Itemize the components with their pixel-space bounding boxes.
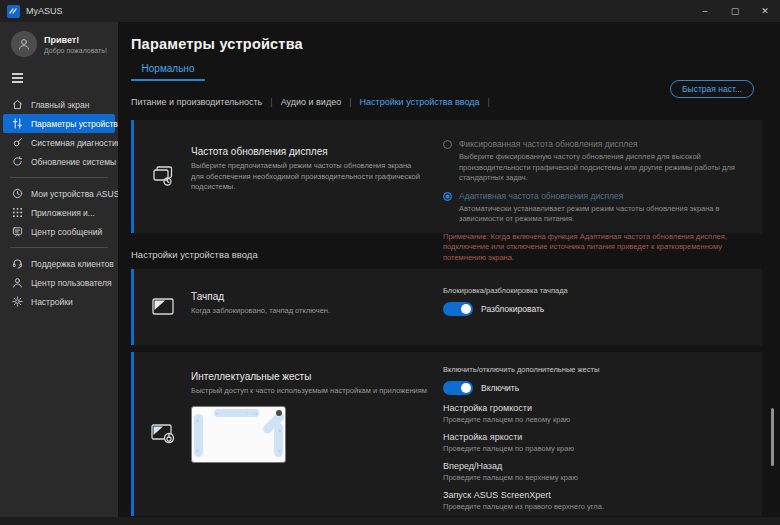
radio-unchecked-icon — [443, 140, 452, 149]
user-profile[interactable]: Привет! Добро пожаловать! — [0, 29, 118, 63]
touchpad-toggle-label: Блокировка/разблокировка тачпада — [443, 286, 746, 295]
message-icon — [12, 226, 23, 237]
gestures-description: Быстрый доступ к часто используемым наст… — [191, 386, 431, 397]
device-clock-icon — [12, 188, 23, 199]
minimize-button[interactable]: – — [690, 0, 720, 22]
apps-grid-icon — [12, 207, 23, 218]
gesture-corner-dot — [276, 410, 282, 416]
gestures-toggle-label: Включить/отключить дополнительные жесты — [443, 365, 746, 374]
display-refresh-icon — [150, 164, 176, 190]
radio-checked-icon — [443, 192, 452, 201]
home-icon — [12, 99, 23, 110]
gesture-screenxpert: Запуск ASUS ScreenXpert Проведите пальце… — [443, 490, 746, 511]
touchpad-toggle[interactable] — [443, 302, 473, 316]
tab-power-performance[interactable]: Питание и производительность — [131, 97, 262, 107]
update-icon — [12, 156, 23, 167]
sidebar-item-customer-support[interactable]: Поддержка клиентов — [0, 254, 118, 273]
sidebar-item-user-center[interactable]: Центр пользователя — [0, 273, 118, 292]
titlebar: MyASUS – ▢ ✕ — [0, 0, 780, 22]
touchpad-description: Когда заблокировано, тачпад отключен. — [191, 306, 433, 317]
maximize-button[interactable]: ▢ — [720, 0, 750, 22]
window-bottom-edge — [0, 517, 780, 525]
sidebar-item-my-devices[interactable]: Мои устройства ASUS — [0, 184, 118, 203]
sidebar: Привет! Добро пожаловать! Главный экран … — [0, 22, 118, 517]
person-icon — [12, 277, 23, 288]
gesture-forward-back: Вперед/Назад Проведите пальцем по верхне… — [443, 461, 746, 482]
gestures-toggle-state: Включить — [481, 383, 519, 393]
sidebar-item-device-settings[interactable]: Параметры устройства — [3, 114, 115, 133]
radio-option-fixed[interactable]: Фиксированная частота обновления дисплея — [443, 139, 746, 149]
touchpad-icon — [150, 296, 176, 318]
sidebar-item-home[interactable]: Главный экран — [0, 95, 118, 114]
sliders-icon — [12, 118, 23, 129]
quick-settings-button[interactable]: Быстрая наст... — [670, 80, 754, 98]
refresh-rate-card: Частота обновления дисплея Выберите пред… — [131, 120, 762, 233]
radio-option-adaptive-description: Автоматически устанавливает режим режим … — [459, 204, 746, 225]
sidebar-item-system-update[interactable]: Обновление системы — [0, 152, 118, 171]
gesture-brightness: Настройка яркости Проведите пальцем по п… — [443, 432, 746, 453]
refresh-rate-title: Частота обновления дисплея — [191, 146, 433, 157]
gesture-volume: Настройка громкости Проведите пальцем по… — [443, 403, 746, 424]
sidebar-divider — [10, 247, 108, 248]
main-content: Параметры устройства Нормально Быстрая н… — [118, 22, 780, 517]
radio-option-adaptive[interactable]: Адаптивная частота обновления дисплея — [443, 191, 746, 201]
tab-input-device-settings[interactable]: Настройки устройства ввода — [360, 97, 480, 107]
sidebar-divider — [10, 177, 108, 178]
touchpad-card: Тачпад Когда заблокировано, тачпад отклю… — [131, 269, 762, 345]
gestures-preview-image: ‹ · · · · · · › ˄ ˅ ˄ ˅ — [191, 406, 286, 463]
vertical-scrollbar[interactable] — [771, 408, 774, 466]
smart-gestures-card: Интеллектуальные жесты Быстрый доступ к … — [131, 352, 762, 516]
sidebar-item-settings[interactable]: Настройки — [0, 292, 118, 311]
welcome-text: Добро пожаловать! — [44, 47, 107, 54]
radio-option-fixed-description: Выберите фиксированную частоту обновлени… — [459, 152, 746, 184]
headset-icon — [12, 258, 23, 269]
wrench-icon — [12, 137, 23, 148]
touchpad-toggle-state: Разблокировать — [481, 304, 544, 314]
status-tab-normal[interactable]: Нормально — [131, 63, 205, 81]
gestures-icon — [149, 422, 177, 446]
gear-icon — [12, 296, 23, 307]
tab-audio-video[interactable]: Аудио и видео — [281, 97, 342, 107]
sidebar-item-diagnostics[interactable]: Системная диагностика — [0, 133, 118, 152]
gestures-toggle[interactable] — [443, 381, 473, 395]
settings-tab-bar: Питание и производительность | Аудио и в… — [131, 97, 762, 107]
refresh-rate-description: Выберите предпочитаемый режим частоты об… — [191, 161, 421, 193]
hamburger-menu-icon[interactable] — [0, 63, 118, 89]
sidebar-item-apps[interactable]: Приложения и... — [0, 203, 118, 222]
page-title: Параметры устройства — [131, 36, 762, 52]
avatar — [11, 31, 37, 57]
close-button[interactable]: ✕ — [750, 0, 780, 22]
myasus-logo-icon — [7, 5, 20, 18]
touchpad-title: Тачпад — [191, 291, 433, 302]
greeting-text: Привет! — [44, 35, 107, 45]
adaptive-refresh-note: Примечание: Когда включена функция Адапт… — [443, 232, 746, 265]
gestures-title: Интеллектуальные жесты — [191, 371, 433, 382]
sidebar-item-message-center[interactable]: Центр сообщений — [0, 222, 118, 241]
app-title: MyASUS — [26, 6, 63, 16]
